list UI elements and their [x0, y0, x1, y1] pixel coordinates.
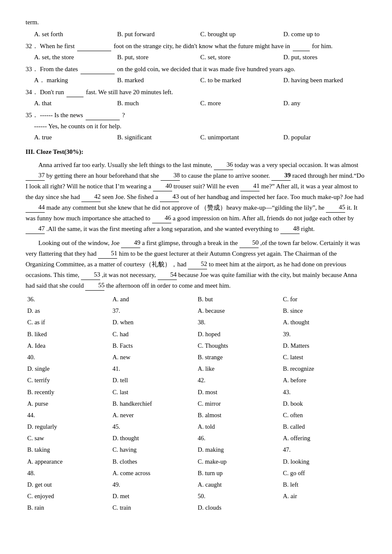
blank-37: 37: [26, 170, 45, 181]
answer-option-B: B. turn up: [196, 468, 281, 479]
answer-option-D: D. hoped: [196, 329, 281, 340]
q34-options: A. that B. much C. more D. any: [34, 98, 366, 108]
blank-36: 36: [214, 159, 233, 170]
answer-option-B: B. but: [196, 294, 281, 305]
answer-option-C: C. enjoyed: [26, 491, 111, 502]
q32-num: 32．: [26, 43, 38, 49]
answer-num: 36.: [26, 294, 111, 305]
answer-num: 38.: [196, 317, 281, 328]
q33-text: 33． From the dates on the gold coin, we …: [26, 64, 366, 74]
answer-num: 43.: [281, 387, 366, 398]
blank-53: 53: [81, 269, 100, 280]
answer-option-B: B. recognize: [281, 364, 366, 374]
blank-41: 41: [240, 181, 259, 191]
answer-grid: 36.A. andB. butC. forD. as37.A. becauseB…: [26, 294, 366, 514]
answer-option-D: D. making: [196, 444, 281, 455]
answer-num: 49.: [111, 479, 196, 490]
opt-B: B. put forward: [117, 29, 200, 39]
blank-40: 40: [153, 181, 172, 191]
q32-optA: A. set, the store: [34, 52, 117, 62]
q33-optA: A． marking: [34, 75, 117, 85]
answer-num: 42.: [196, 375, 281, 386]
intro-line: term.: [26, 17, 366, 27]
answer-option-A: A. told: [196, 421, 281, 432]
answer-option-B: B. handkerchief: [111, 398, 196, 409]
answer-option-A: A. come across: [111, 468, 196, 479]
answer-option-A: A. thought: [281, 317, 366, 328]
q34-text: 34． Don't run fast. We still have 20 min…: [26, 87, 366, 97]
answer-option-A: A. air: [281, 491, 366, 502]
answer-option-D: D. tell: [111, 375, 196, 386]
answer-num: 40.: [26, 352, 111, 363]
answer-option-C: C. as if: [26, 317, 111, 328]
q35-blank1: [86, 120, 120, 120]
answer-option-B: B. almost: [196, 410, 281, 421]
q34-optB: B. much: [117, 98, 200, 108]
answer-num: 47.: [281, 444, 366, 455]
answer-option-A: A. never: [111, 410, 196, 421]
answer-num: 39.: [281, 329, 366, 340]
q32-text: 32． When he first foot on the strange ci…: [26, 41, 366, 51]
answer-option-A: A. because: [196, 306, 281, 316]
answer-num: 48.: [26, 468, 111, 479]
q34-optC: C. more: [200, 98, 283, 108]
main-content: term. A. set forth B. put forward C. bro…: [26, 17, 366, 514]
answer-option-D: D. get out: [26, 479, 111, 490]
answer-option-B: B. clothes: [111, 456, 196, 467]
answer-option-C: C. go off: [281, 468, 366, 479]
q34-blank1: [66, 97, 84, 97]
answer-num: 46.: [196, 433, 281, 444]
blank-51: 51: [98, 248, 117, 259]
answer-option-D: D. when: [111, 317, 196, 328]
q35-text2: ------ Yes, he counts on it for help.: [34, 121, 366, 131]
answer-option-A: A. before: [281, 375, 366, 386]
answer-option-C: C. had: [111, 329, 196, 340]
q33-options: A． marking B. marked C. to be marked D. …: [34, 75, 366, 85]
answer-option-D: D. looking: [281, 456, 366, 467]
q33-optB: B. marked: [117, 75, 200, 85]
cloze-para2: Looking out of the window, Joe 49 a firs…: [26, 237, 366, 291]
blank-55: 55: [85, 280, 104, 291]
q35-optB: B. significant: [117, 132, 200, 142]
answer-num: 45.: [111, 421, 196, 432]
answer-num: 50.: [196, 491, 281, 502]
blank-52: 52: [188, 259, 207, 269]
section3-title: III. Cloze Test(30%):: [26, 147, 366, 157]
q33-blank1: [81, 74, 115, 74]
q32-optD: D. put, stores: [283, 52, 366, 62]
answer-option-A: A. Idea: [26, 340, 111, 351]
answer-option-B: B. since: [281, 306, 366, 316]
q32-blank2: [293, 51, 310, 51]
answer-option-B: B. rain: [26, 502, 111, 513]
answer-option-D: D. as: [26, 306, 111, 316]
answer-option-C: C. latest: [281, 352, 366, 363]
q34-num: 34．: [26, 89, 38, 95]
q35-text1: 35． ------ Is the news ?: [26, 110, 366, 120]
answer-option-C: C. last: [111, 387, 196, 398]
answer-num: 37.: [111, 306, 196, 316]
blank-44: 44: [26, 202, 45, 213]
opt-C: C. brought up: [200, 29, 283, 39]
cloze-para1: Anna arrived far too early. Usually she …: [26, 159, 366, 234]
answer-option-C: C. make-up: [196, 456, 281, 467]
q32-optB: B. put, store: [117, 52, 200, 62]
answer-option-B: B. taking: [26, 444, 111, 455]
answer-option-D: D. Matters: [281, 340, 366, 351]
q34-optA: A. that: [34, 98, 117, 108]
answer-num: 44.: [26, 410, 111, 421]
answer-option-D: D. single: [26, 364, 111, 374]
q32-options: A. set, the store B. put, store C. set, …: [34, 52, 366, 62]
q34-optD: D. any: [283, 98, 366, 108]
q35-num: 35．: [26, 112, 38, 118]
blank-54: 54: [158, 269, 177, 280]
answer-option-A: A. like: [196, 364, 281, 374]
blank-47: 47: [26, 223, 45, 234]
answer-option-D: D. most: [196, 387, 281, 398]
q33-num: 33．: [26, 66, 38, 72]
answer-option-C: C. having: [111, 444, 196, 455]
answer-option-B: B. recently: [26, 387, 111, 398]
q33-optC: C. to be marked: [200, 75, 283, 85]
q32-optC: C. set, store: [200, 52, 283, 62]
answer-option-A: A. appearance: [26, 456, 111, 467]
opt-D: D. come up to: [283, 29, 366, 39]
